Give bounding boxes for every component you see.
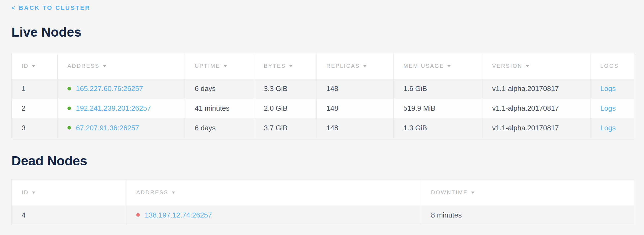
column-header-address[interactable]: ADDRESS [126, 180, 421, 205]
live-node-row: 3 67.207.91.36:26257 6 days 3.7 GiB 148 … [12, 118, 634, 138]
node-version-cell: v1.1-alpha.20170817 [482, 99, 590, 118]
node-mem-usage-cell: 519.9 MiB [394, 99, 482, 118]
node-version-cell: v1.1-alpha.20170817 [482, 118, 590, 138]
node-replicas-cell: 148 [317, 118, 394, 138]
dead-nodes-title: Dead Nodes [11, 153, 634, 168]
node-uptime-cell: 41 minutes [185, 99, 254, 118]
node-address-link[interactable]: 165.227.60.76:26257 [76, 84, 143, 93]
column-header-replicas[interactable]: REPLICAS [317, 53, 394, 79]
node-replicas-cell: 148 [317, 79, 394, 99]
back-to-cluster-link[interactable]: < BACK TO CLUSTER [11, 4, 90, 11]
node-address-link[interactable]: 138.197.12.74:26257 [145, 211, 212, 219]
column-header-uptime[interactable]: UPTIME [185, 53, 254, 79]
node-address-cell: 138.197.12.74:26257 [126, 205, 421, 225]
live-status-dot-icon [67, 107, 71, 110]
live-nodes-title: Live Nodes [11, 25, 634, 40]
node-logs-cell: Logs [590, 79, 634, 99]
dead-status-dot-icon [136, 213, 140, 217]
live-nodes-header-row: ID ADDRESS UPTIME BYTES REPLICAS MEM USA… [12, 53, 634, 79]
sort-arrow-icon [471, 192, 474, 194]
column-header-version[interactable]: VERSION [482, 53, 590, 79]
node-id-cell: 3 [12, 118, 58, 138]
node-downtime-cell: 8 minutes [421, 205, 634, 225]
logs-link[interactable]: Logs [600, 84, 616, 93]
node-bytes-cell: 2.0 GiB [254, 99, 317, 118]
sort-arrow-icon [224, 65, 227, 67]
live-status-dot-icon [67, 87, 71, 90]
node-id-cell: 2 [12, 99, 58, 118]
node-bytes-cell: 3.7 GiB [254, 118, 317, 138]
logs-link[interactable]: Logs [600, 104, 616, 112]
node-logs-cell: Logs [590, 99, 634, 118]
column-header-id[interactable]: ID [12, 53, 58, 79]
back-to-cluster-label: BACK TO CLUSTER [19, 4, 90, 11]
node-mem-usage-cell: 1.6 GiB [394, 79, 482, 99]
back-row: < BACK TO CLUSTER [11, 4, 634, 11]
node-id-cell: 1 [12, 79, 58, 99]
node-list-page: < BACK TO CLUSTER Live Nodes ID ADDRESS … [0, 0, 644, 225]
sort-arrow-icon [289, 65, 293, 67]
column-header-bytes[interactable]: BYTES [254, 53, 317, 79]
dead-nodes-table: ID ADDRESS DOWNTIME 4 138.197.12.74:2625… [11, 180, 634, 225]
node-address-cell: 192.241.239.201:26257 [58, 99, 185, 118]
node-replicas-cell: 148 [317, 99, 394, 118]
column-header-id[interactable]: ID [12, 180, 126, 205]
sort-arrow-icon [447, 65, 451, 67]
node-uptime-cell: 6 days [185, 118, 254, 138]
live-nodes-table: ID ADDRESS UPTIME BYTES REPLICAS MEM USA… [11, 53, 634, 138]
live-node-row: 2 192.241.239.201:26257 41 minutes 2.0 G… [12, 99, 634, 118]
live-status-dot-icon [67, 126, 71, 130]
node-version-cell: v1.1-alpha.20170817 [482, 79, 590, 99]
node-address-link[interactable]: 67.207.91.36:26257 [76, 124, 139, 132]
column-header-address[interactable]: ADDRESS [58, 53, 185, 79]
sort-arrow-icon [103, 65, 106, 67]
column-header-mem-usage[interactable]: MEM USAGE [394, 53, 482, 79]
sort-arrow-icon [172, 192, 175, 194]
node-uptime-cell: 6 days [185, 79, 254, 99]
sort-arrow-icon [32, 65, 35, 67]
back-chevron-icon: < [11, 4, 15, 11]
node-mem-usage-cell: 1.3 GiB [394, 118, 482, 138]
node-bytes-cell: 3.3 GiB [254, 79, 317, 99]
sort-arrow-icon [363, 65, 367, 67]
node-address-cell: 165.227.60.76:26257 [58, 79, 185, 99]
live-node-row: 1 165.227.60.76:26257 6 days 3.3 GiB 148… [12, 79, 634, 99]
node-logs-cell: Logs [590, 118, 634, 138]
column-header-downtime[interactable]: DOWNTIME [421, 180, 634, 205]
sort-arrow-icon [32, 192, 35, 194]
node-address-link[interactable]: 192.241.239.201:26257 [76, 104, 151, 112]
column-header-logs: LOGS [590, 53, 634, 79]
node-address-cell: 67.207.91.36:26257 [58, 118, 185, 138]
dead-node-row: 4 138.197.12.74:26257 8 minutes [12, 205, 634, 225]
sort-arrow-icon [526, 65, 529, 67]
logs-link[interactable]: Logs [600, 124, 616, 132]
dead-nodes-header-row: ID ADDRESS DOWNTIME [12, 180, 634, 205]
node-id-cell: 4 [12, 205, 126, 225]
